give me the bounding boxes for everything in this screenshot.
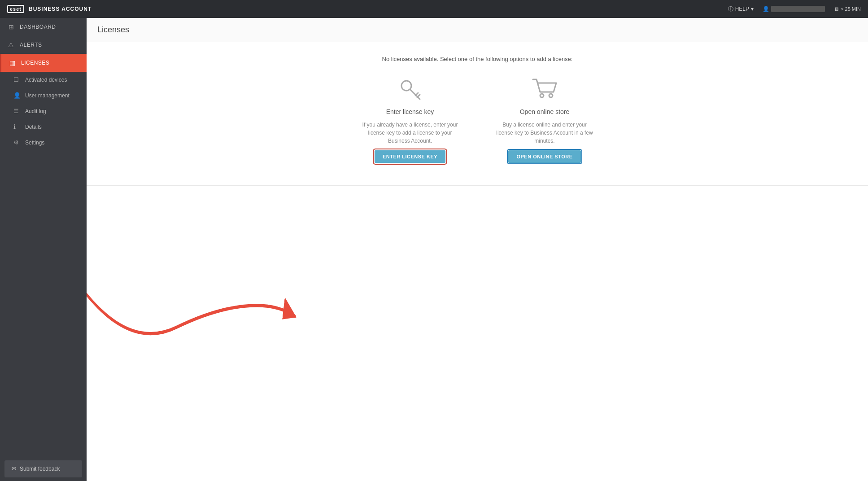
help-circle-icon: ⓘ bbox=[728, 5, 733, 13]
open-store-title: Open online store bbox=[520, 108, 570, 115]
sidebar-sub-label: Details bbox=[25, 124, 42, 130]
open-store-option: Open online store Buy a license online a… bbox=[495, 76, 594, 163]
svg-line-1 bbox=[410, 90, 420, 100]
chevron-down-icon: ▾ bbox=[751, 6, 754, 12]
help-button[interactable]: ⓘ HELP ▾ bbox=[728, 5, 754, 13]
user-name bbox=[771, 6, 825, 12]
sidebar-item-label: Licenses bbox=[21, 60, 49, 66]
sidebar-sub-label: Settings bbox=[25, 140, 44, 146]
sidebar: ⊞ Dashboard ⚠ Alerts ▦ Licenses ☐ Activa… bbox=[0, 18, 87, 481]
topbar-right: ⓘ HELP ▾ 👤 🖥 > 25 MIN bbox=[728, 5, 861, 13]
open-store-desc: Buy a license online and enter your lice… bbox=[495, 121, 594, 145]
topbar: eset BUSINESS ACCOUNT ⓘ HELP ▾ 👤 🖥 > 25 … bbox=[0, 0, 868, 18]
svg-line-2 bbox=[415, 93, 418, 96]
app-title: BUSINESS ACCOUNT bbox=[29, 6, 92, 12]
svg-point-4 bbox=[540, 94, 544, 97]
sidebar-item-activated-devices[interactable]: ☐ Activated devices bbox=[0, 72, 87, 87]
sidebar-item-alerts[interactable]: ⚠ Alerts bbox=[0, 36, 87, 54]
user-icon: 👤 bbox=[763, 6, 769, 12]
eset-logo: eset bbox=[7, 5, 24, 13]
enter-license-title: Enter license key bbox=[386, 108, 434, 115]
svg-line-3 bbox=[417, 95, 420, 97]
details-icon: ℹ bbox=[13, 123, 21, 130]
user-management-icon: 👤 bbox=[13, 92, 21, 99]
sidebar-sub-label: Activated devices bbox=[25, 77, 67, 83]
sidebar-sub-label: Audit log bbox=[25, 108, 46, 114]
enter-license-desc: If you already have a license, enter you… bbox=[361, 121, 459, 145]
sidebar-item-settings[interactable]: ⚙ Settings bbox=[0, 135, 87, 150]
session-timer: 🖥 > 25 MIN bbox=[834, 6, 861, 12]
sidebar-item-label: Alerts bbox=[20, 42, 42, 48]
no-licenses-message: No licenses available. Select one of the… bbox=[382, 56, 573, 62]
sidebar-item-user-management[interactable]: 👤 User management bbox=[0, 87, 87, 103]
sidebar-item-audit-log[interactable]: ☰ Audit log bbox=[0, 103, 87, 119]
activated-devices-icon: ☐ bbox=[13, 76, 21, 83]
feedback-label: Submit feedback bbox=[20, 466, 60, 472]
licenses-icon: ▦ bbox=[9, 59, 17, 66]
settings-icon: ⚙ bbox=[13, 139, 21, 146]
main-layout: ⊞ Dashboard ⚠ Alerts ▦ Licenses ☐ Activa… bbox=[0, 18, 868, 481]
submit-feedback-button[interactable]: ✉ Submit feedback bbox=[4, 460, 82, 477]
open-online-store-button[interactable]: OPEN ONLINE STORE bbox=[508, 150, 580, 163]
session-label: > 25 MIN bbox=[841, 6, 861, 12]
sidebar-item-dashboard[interactable]: ⊞ Dashboard bbox=[0, 18, 87, 36]
sidebar-spacer bbox=[0, 150, 87, 457]
enter-license-key-button[interactable]: ENTER LICENSE KEY bbox=[375, 150, 445, 163]
help-label: HELP bbox=[735, 6, 749, 12]
license-options: Enter license key If you already have a … bbox=[96, 76, 859, 176]
user-menu[interactable]: 👤 bbox=[763, 6, 825, 12]
content-body: No licenses available. Select one of the… bbox=[87, 42, 868, 481]
page-title: Licenses bbox=[97, 25, 129, 34]
sidebar-item-label: Dashboard bbox=[20, 24, 56, 30]
topbar-left: eset BUSINESS ACCOUNT bbox=[7, 5, 92, 13]
content-header: Licenses bbox=[87, 18, 868, 42]
audit-log-icon: ☰ bbox=[13, 108, 21, 114]
monitor-icon: 🖥 bbox=[834, 6, 839, 12]
content-area: Licenses No licenses available. Select o… bbox=[87, 18, 868, 481]
licenses-empty-state: No licenses available. Select one of the… bbox=[87, 42, 868, 186]
sidebar-item-licenses[interactable]: ▦ Licenses bbox=[0, 54, 87, 72]
shopping-cart-icon bbox=[531, 76, 558, 103]
eset-logo-box: eset bbox=[7, 5, 24, 13]
feedback-icon: ✉ bbox=[12, 466, 16, 472]
dashboard-icon: ⊞ bbox=[7, 23, 15, 31]
sidebar-item-details[interactable]: ℹ Details bbox=[0, 119, 87, 135]
enter-license-option: Enter license key If you already have a … bbox=[361, 76, 459, 163]
key-icon bbox=[397, 76, 423, 103]
alert-icon: ⚠ bbox=[7, 41, 15, 48]
svg-point-5 bbox=[549, 94, 553, 97]
sidebar-sub-label: User management bbox=[25, 92, 70, 99]
